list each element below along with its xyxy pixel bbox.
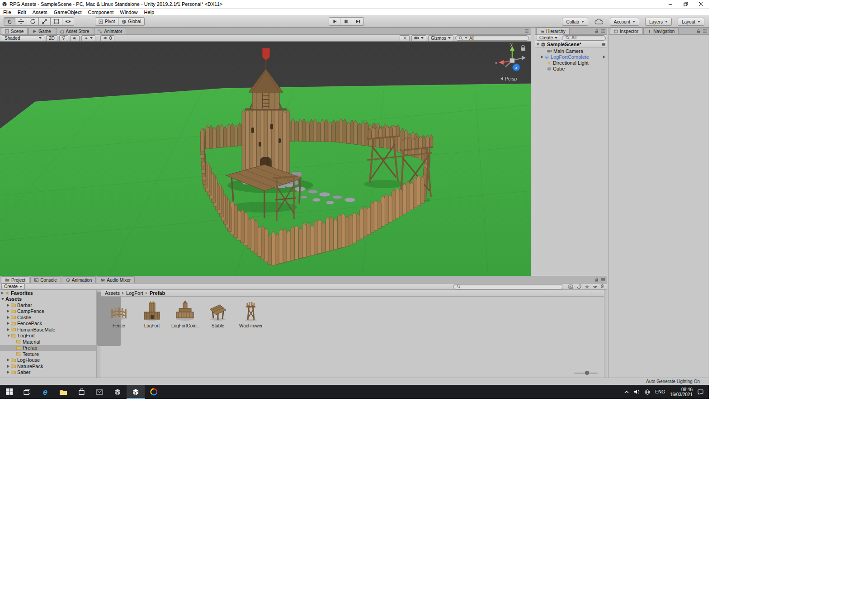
expand-icon[interactable]: [1, 298, 4, 300]
asset-logfortcomplete[interactable]: LogFortCom...: [171, 299, 198, 328]
rotate-tool-button[interactable]: [27, 17, 39, 26]
edge-taskbar-icon[interactable]: e: [36, 385, 54, 399]
asset-wachtower[interactable]: WachTower: [237, 299, 264, 328]
breadcrumb-assets[interactable]: Assets: [105, 290, 120, 296]
slider-knob[interactable]: [585, 371, 589, 375]
prefab-open-arrow[interactable]: [603, 56, 605, 58]
content-scrollbar[interactable]: [604, 290, 607, 378]
hierarchy-item-logfortcomplete[interactable]: LogFortComplete: [535, 54, 607, 60]
tree-scrollbar[interactable]: [96, 290, 100, 378]
component-tools-button[interactable]: [400, 35, 410, 41]
tab-animation[interactable]: Animation: [62, 276, 96, 283]
layers-dropdown[interactable]: Layers: [645, 18, 672, 26]
project-search-input[interactable]: [453, 284, 563, 289]
close-button[interactable]: [693, 0, 709, 8]
scene-lighting-toggle[interactable]: [59, 35, 68, 41]
thumbnail-zoom-slider[interactable]: [574, 371, 598, 375]
mail-taskbar-icon[interactable]: [90, 385, 108, 399]
store-taskbar-icon[interactable]: [72, 385, 90, 399]
tree-folder-campfence[interactable]: CampFence: [0, 308, 96, 315]
cloud-button[interactable]: [594, 19, 604, 25]
unity-editor-taskbar-icon[interactable]: [127, 385, 145, 399]
layout-dropdown[interactable]: Layout: [678, 18, 704, 26]
volume-icon[interactable]: [634, 389, 640, 394]
tab-scene[interactable]: Scene: [1, 28, 28, 34]
lock-icon[interactable]: [595, 29, 599, 33]
expand-icon[interactable]: [7, 304, 9, 307]
tab-game[interactable]: Game: [28, 28, 55, 34]
expand-icon[interactable]: [541, 56, 543, 58]
menu-help[interactable]: Help: [141, 9, 157, 15]
asset-logfort[interactable]: LogFort: [138, 299, 165, 328]
hierarchy-scene-row[interactable]: SampleScene*: [535, 41, 607, 48]
tree-folder-fencepack[interactable]: FencePack: [0, 321, 96, 327]
hand-tool-button[interactable]: [4, 17, 15, 26]
lighting-status-text[interactable]: Auto Generate Lighting On: [646, 379, 700, 384]
hidden-count-icon[interactable]: [593, 285, 598, 289]
unity-hub-taskbar-icon[interactable]: [108, 385, 127, 399]
scene-audio-toggle[interactable]: [70, 35, 80, 41]
asset-stable[interactable]: Stable: [204, 299, 231, 328]
hierarchy-create-dropdown[interactable]: Create: [537, 35, 560, 41]
tab-project[interactable]: Project: [1, 276, 29, 283]
hierarchy-item-cube[interactable]: Cube: [535, 66, 607, 71]
hierarchy-item-directional-light[interactable]: Directional Light: [535, 60, 607, 66]
breadcrumb-prefab[interactable]: Prefab: [150, 290, 165, 296]
transform-tool-button[interactable]: [62, 17, 74, 26]
account-dropdown[interactable]: Account: [610, 18, 639, 26]
lock-icon[interactable]: [697, 29, 700, 33]
expand-icon[interactable]: [7, 365, 9, 368]
paint3d-taskbar-icon[interactable]: [145, 385, 163, 399]
expand-icon[interactable]: [7, 310, 9, 312]
tree-folder-saber[interactable]: Saber: [0, 369, 96, 376]
file-explorer-taskbar-icon[interactable]: [54, 385, 72, 399]
tab-inspector[interactable]: Inspector: [610, 28, 642, 34]
rect-tool-button[interactable]: [51, 17, 62, 26]
lock-icon[interactable]: [595, 278, 599, 282]
move-tool-button[interactable]: [15, 17, 27, 26]
global-toggle-button[interactable]: Global: [118, 17, 145, 26]
gizmos-dropdown[interactable]: Gizmos: [428, 35, 453, 41]
action-center-icon[interactable]: [698, 389, 703, 395]
camera-settings-dropdown[interactable]: [411, 35, 426, 41]
tree-assets-root[interactable]: Assets: [0, 296, 96, 303]
tree-folder-barbar[interactable]: Barbar: [0, 302, 96, 308]
task-view-button[interactable]: [18, 385, 36, 399]
expand-icon[interactable]: [7, 359, 9, 361]
collab-dropdown[interactable]: Collab: [562, 18, 588, 26]
menu-edit[interactable]: Edit: [14, 9, 29, 15]
menu-gameobject[interactable]: GameObject: [51, 9, 85, 15]
pivot-toggle-button[interactable]: Pivot: [95, 17, 118, 26]
breadcrumb-logfort[interactable]: LogFort: [126, 290, 143, 296]
tree-favorites-header[interactable]: Favorites: [0, 290, 96, 296]
language-indicator[interactable]: ENG: [655, 389, 665, 394]
project-create-dropdown[interactable]: Create: [1, 284, 25, 289]
tab-audio-mixer[interactable]: Audio Mixer: [97, 276, 135, 283]
search-by-label-icon[interactable]: [576, 284, 581, 289]
expand-icon[interactable]: [7, 328, 9, 331]
tree-folder-loghouse[interactable]: LogHouse: [0, 357, 96, 364]
tab-navigation[interactable]: Navigation: [643, 28, 679, 34]
hierarchy-search-input[interactable]: All: [562, 35, 606, 41]
tab-asset-store[interactable]: Asset Store: [56, 28, 94, 34]
step-button[interactable]: [352, 17, 364, 26]
panel-options-icon[interactable]: [601, 278, 605, 282]
scene-visibility-toggle[interactable]: 0: [100, 35, 115, 41]
tree-folder-castle[interactable]: Castle: [0, 314, 96, 321]
expand-icon[interactable]: [7, 316, 9, 319]
tree-folder-prefab[interactable]: Prefab: [0, 345, 96, 351]
tree-folder-naturepack[interactable]: NaturePack: [0, 363, 96, 369]
start-button[interactable]: [0, 385, 18, 399]
scene-effects-dropdown[interactable]: [81, 35, 95, 41]
tree-folder-material[interactable]: Material: [0, 339, 96, 345]
menu-window[interactable]: Window: [117, 9, 141, 15]
scene-search-input[interactable]: All: [455, 35, 529, 41]
hierarchy-item-main-camera[interactable]: Main Camera: [535, 48, 607, 54]
panel-options-icon[interactable]: [601, 29, 605, 33]
hidden-icons-chevron[interactable]: [624, 391, 629, 393]
minimize-button[interactable]: [663, 0, 678, 8]
favorites-star-icon[interactable]: [585, 284, 590, 289]
expand-icon[interactable]: [7, 371, 9, 374]
shading-mode-dropdown[interactable]: Shaded: [2, 35, 44, 41]
search-by-type-icon[interactable]: [568, 284, 573, 289]
